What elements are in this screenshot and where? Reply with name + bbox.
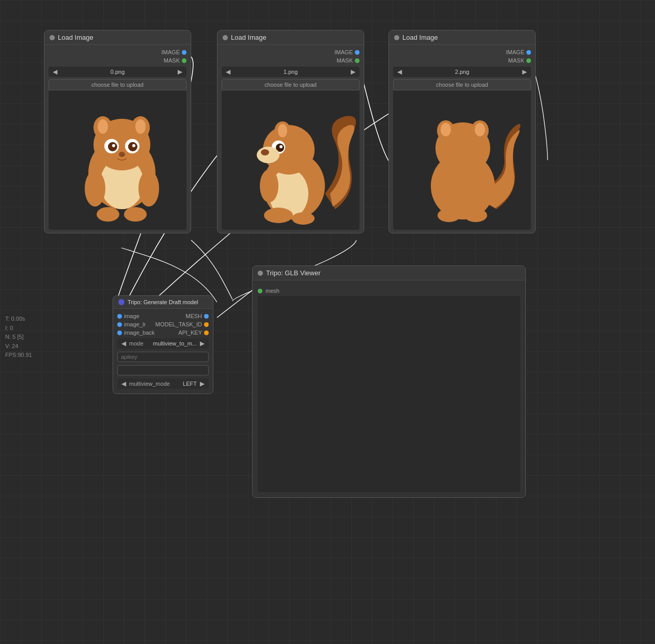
svg-point-19 xyxy=(124,207,147,222)
upload-label-2: choose file to upload xyxy=(264,82,317,88)
mode-param-label: mode xyxy=(129,340,151,347)
port-label-input-image-back: image_back xyxy=(124,329,154,336)
port-dot-image-2[interactable] xyxy=(355,50,360,55)
glb-node-header: Tripo: GLB Viewer xyxy=(253,266,525,280)
port-label-output-model-task-id: MODEL_TASK_ID xyxy=(155,321,202,327)
image-control-3: ◀ 2.png ▶ xyxy=(393,67,531,77)
mode-prev[interactable]: ◀ xyxy=(120,340,127,347)
upload-btn-2[interactable]: choose file to upload xyxy=(222,79,360,90)
glb-port-mesh[interactable] xyxy=(258,289,262,293)
port-label-output-mesh: MESH xyxy=(185,313,202,319)
node-title-1: Load Image xyxy=(58,34,185,41)
port-label-mask-3: MASK xyxy=(508,57,524,64)
multiview-mode-next[interactable]: ▶ xyxy=(199,380,206,387)
gen-node-title: Tripo: Generate Draft model xyxy=(128,299,208,305)
svg-point-33 xyxy=(292,212,315,225)
prev-image-2[interactable]: ◀ xyxy=(225,68,231,75)
port-input-image-lr[interactable] xyxy=(117,322,122,327)
svg-point-12 xyxy=(112,144,115,147)
port-dot-mask-3[interactable] xyxy=(526,58,531,63)
glb-node-body: mesh xyxy=(253,280,525,497)
upload-label-1: choose file to upload xyxy=(91,82,144,88)
next-image-3[interactable]: ▶ xyxy=(521,68,528,75)
port-output-mesh[interactable] xyxy=(204,314,209,319)
svg-point-29 xyxy=(257,147,279,163)
load-image-node-2: Load Image IMAGE MASK ◀ 1.png ▶ choose f… xyxy=(217,30,364,233)
port-input-image[interactable] xyxy=(117,314,122,319)
multiview-mode-selector[interactable]: ◀ multiview_mode LEFT ▶ xyxy=(117,379,209,389)
image-control-2: ◀ 1.png ▶ xyxy=(222,67,360,77)
svg-point-32 xyxy=(264,208,293,223)
filename-3: 2.png xyxy=(405,69,519,75)
load-image-node-1: Load Image IMAGE MASK ◀ 0.png ▶ choose f… xyxy=(44,30,191,233)
glb-node-status xyxy=(258,271,263,276)
multiview-mode-value: LEFT xyxy=(183,381,197,387)
port-dot-image-3[interactable] xyxy=(526,50,531,55)
port-label-image-1: IMAGE xyxy=(162,49,180,55)
mode-value: multiview_to_m... xyxy=(153,340,197,347)
multiview-mode-prev[interactable]: ◀ xyxy=(120,380,127,387)
stat-fps: FPS:90.91 xyxy=(5,351,32,360)
svg-point-6 xyxy=(98,119,108,134)
mode-next[interactable]: ▶ xyxy=(199,340,206,347)
stats-overlay: T: 0.00s I: 0 N: 5 [5] V: 24 FPS:90.91 xyxy=(5,315,32,360)
gen-node-header: Tripo: Generate Draft model xyxy=(113,296,213,309)
glb-port-row: mesh xyxy=(258,286,520,296)
port-dot-mask-2[interactable] xyxy=(355,58,360,63)
multiview-mode-label: multiview_mode xyxy=(129,381,181,387)
svg-point-17 xyxy=(138,170,159,207)
svg-point-18 xyxy=(97,207,119,222)
prev-image-3[interactable]: ◀ xyxy=(396,68,403,75)
apikey-input[interactable] xyxy=(117,352,209,362)
svg-point-40 xyxy=(475,123,485,136)
port-row-mask-3: MASK xyxy=(393,56,531,65)
stat-t: T: 0.00s xyxy=(5,315,32,324)
node-status-dot-2 xyxy=(223,35,228,40)
svg-point-39 xyxy=(441,123,451,136)
svg-point-42 xyxy=(464,209,487,222)
load-image-node-3: Load Image IMAGE MASK ◀ 2.png ▶ choose f… xyxy=(388,30,536,233)
node-status-dot-3 xyxy=(394,35,399,40)
preview-image-1 xyxy=(49,90,186,230)
glb-viewport xyxy=(258,296,520,492)
port-label-input-image-lr: image_lr xyxy=(124,321,146,327)
port-label-output-api-key: API_KEY xyxy=(178,329,202,336)
port-label-input-image: image xyxy=(124,313,139,319)
port-input-image-back[interactable] xyxy=(117,331,122,335)
svg-point-13 xyxy=(132,144,135,147)
port-row-image-2: IMAGE xyxy=(222,48,360,56)
next-image-1[interactable]: ▶ xyxy=(177,68,183,75)
svg-point-15 xyxy=(119,152,125,157)
node-status-dot-1 xyxy=(50,35,55,40)
port-label-image-2: IMAGE xyxy=(335,49,353,55)
port-output-api-key[interactable] xyxy=(204,331,209,335)
stat-n: N: 5 [5] xyxy=(5,333,32,342)
svg-point-41 xyxy=(438,209,460,222)
filename-2: 1.png xyxy=(233,69,348,75)
port-label-image-3: IMAGE xyxy=(506,49,524,55)
svg-point-25 xyxy=(278,124,287,137)
port-row-image-3: IMAGE xyxy=(393,48,531,56)
node-title-2: Load Image xyxy=(231,34,358,41)
preview-image-2 xyxy=(222,90,360,230)
upload-btn-3[interactable]: choose file to upload xyxy=(393,79,531,90)
next-image-2[interactable]: ▶ xyxy=(350,68,356,75)
prev-image-1[interactable]: ◀ xyxy=(52,68,58,75)
port-dot-mask-1[interactable] xyxy=(182,58,186,63)
port-dot-image-1[interactable] xyxy=(182,50,186,55)
port-row-mask-1: MASK xyxy=(49,56,186,65)
filename-1: 0.png xyxy=(60,69,175,75)
api-secret-input[interactable] xyxy=(117,365,209,375)
gen-node-status xyxy=(118,299,124,305)
stat-v: V: 24 xyxy=(5,342,32,351)
upload-btn-1[interactable]: choose file to upload xyxy=(49,79,186,90)
port-output-model-task-id[interactable] xyxy=(204,322,209,327)
stat-i: I: 0 xyxy=(5,324,32,333)
image-control-1: ◀ 0.png ▶ xyxy=(49,67,186,77)
node-body-3: IMAGE MASK ◀ 2.png ▶ choose file to uplo… xyxy=(389,45,535,233)
glb-node-title: Tripo: GLB Viewer xyxy=(266,269,520,277)
mode-selector[interactable]: ◀ mode multiview_to_m... ▶ xyxy=(117,338,209,349)
port-row-mask-2: MASK xyxy=(222,56,360,65)
node-body-1: IMAGE MASK ◀ 0.png ▶ choose file to uplo… xyxy=(44,45,191,233)
gen-node-body: image MESH image_lr MODEL_TASK_ID image_… xyxy=(113,309,213,394)
